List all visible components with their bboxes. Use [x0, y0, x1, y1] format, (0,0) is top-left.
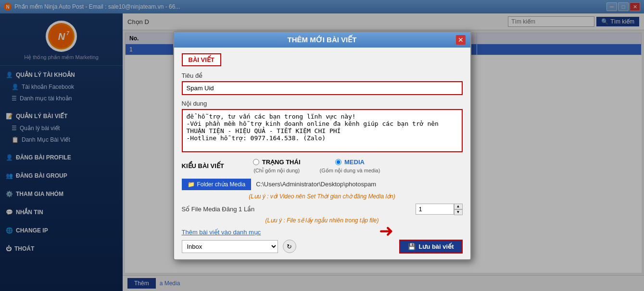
kieu-label: KIỂU BÀI VIẾT [182, 162, 224, 170]
noidung-row: Nội dung để hỗ trợ, tư vấn các bạn trong… [182, 100, 463, 154]
radio-media-option: MEDIA (Gồm nội dung và media) [320, 158, 380, 174]
modal-title-bar: THÊM MỚI BÀI VIẾT ✕ [174, 32, 470, 48]
luu-baiviet-button[interactable]: 💾 Lưu bài viết [399, 240, 462, 254]
modal-title: THÊM MỚI BÀI VIẾT [189, 36, 456, 44]
noidung-textarea[interactable]: để hỗ trợ, tư vấn các bạn trong lĩnh vực… [182, 109, 463, 152]
them-danh-muc-link[interactable]: Thêm bài viết vào danh mục [182, 229, 463, 236]
sofile-spinner: ▲ ▼ [416, 204, 463, 215]
warning1: (Lưu ý : với Video nên Set Thời gian chờ… [182, 193, 463, 200]
modal-body: BÀI VIẾT Tiêu đề Nội dung để hỗ trợ, tư … [174, 48, 470, 259]
save-icon: 💾 [408, 243, 416, 250]
warning2: (Lưu ý : File sẽ lấy ngẫu nhiên trong tậ… [182, 217, 463, 224]
radio-media[interactable] [335, 159, 341, 165]
spinner-down-button[interactable]: ▼ [454, 209, 463, 215]
radio-media-sub: (Gồm nội dung và media) [320, 168, 380, 174]
arrow-indicator: ➜ [379, 221, 393, 241]
inbox-select[interactable]: Inbox [182, 240, 278, 253]
spinner-up-button[interactable]: ▲ [454, 204, 463, 209]
folder-icon: 📁 [188, 181, 195, 188]
tieude-label: Tiêu đề [182, 72, 463, 79]
sofile-row: Số File Media Đăng 1 Lần ▲ ▼ [182, 204, 463, 215]
folder-path: C:\Users\Administrator\Desktop\photospam [256, 181, 376, 188]
radio-trangThai[interactable] [253, 159, 259, 165]
folder-row: 📁 Folder chứa Media C:\Users\Administrat… [182, 179, 463, 190]
tieude-row: Tiêu đề [182, 72, 463, 95]
noidung-label: Nội dung [182, 100, 463, 107]
refresh-button[interactable]: ↻ [283, 240, 296, 253]
kieu-baiviet-row: KIỂU BÀI VIẾT TRẠNG THÁI (Chỉ gồm nội du… [182, 158, 463, 174]
modal-dialog: THÊM MỚI BÀI VIẾT ✕ BÀI VIẾT Tiêu đề Nội… [173, 31, 471, 260]
bottom-row: Inbox ↻ 💾 Lưu bài viết [182, 240, 463, 254]
refresh-icon: ↻ [287, 243, 292, 250]
tab-bar: BÀI VIẾT [182, 53, 463, 66]
radio-trangThai-option: TRẠNG THÁI (Chỉ gồm nội dung) [253, 158, 301, 174]
radio-trangThai-sub: (Chỉ gồm nội dung) [253, 168, 300, 174]
sofile-input[interactable] [416, 204, 454, 215]
sofile-label: Số File Media Đăng 1 Lần [182, 206, 411, 213]
modal-overlay: THÊM MỚI BÀI VIẾT ✕ BÀI VIẾT Tiêu đề Nội… [0, 0, 644, 291]
modal-close-button[interactable]: ✕ [456, 35, 466, 45]
folder-button[interactable]: 📁 Folder chứa Media [182, 179, 252, 190]
tab-baiviet[interactable]: BÀI VIẾT [182, 53, 221, 66]
tieude-input[interactable] [182, 81, 463, 95]
